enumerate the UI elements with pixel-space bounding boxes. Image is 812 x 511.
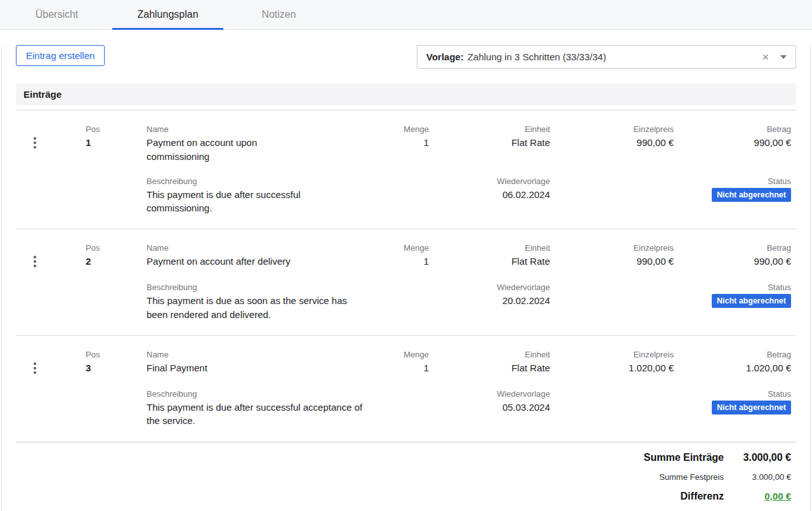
betrag-value: 1.020,00 € <box>674 361 791 375</box>
pos-cell: Pos 2 <box>72 243 134 270</box>
summary-total-fixed-price: Summe Festpreis 3.000,00 € <box>16 472 791 482</box>
status-cell: Status Nicht abgerechnet <box>674 389 791 428</box>
einheit-cell: Einheit Flat Rate <box>429 243 550 270</box>
name-cell: Name Payment on account upon commissioni… <box>134 124 375 164</box>
wiedervorlage-cell: Wiedervorlage 05.03.2024 <box>429 389 550 428</box>
name-label: Name <box>147 350 375 359</box>
wiedervorlage-label: Wiedervorlage <box>429 176 550 186</box>
beschreibung-cell: Beschreibung This payment is due after s… <box>134 176 375 216</box>
name-value: Final Payment <box>147 361 305 375</box>
wiedervorlage-cell: Wiedervorlage 20.02.2024 <box>429 282 550 322</box>
status-badge: Nicht abgerechnet <box>712 401 791 415</box>
beschreibung-value: This payment is due after successful acc… <box>147 401 365 428</box>
kebab-menu-icon[interactable] <box>31 253 39 270</box>
einzelpreis-value: 1.020,00 € <box>550 361 674 375</box>
wiedervorlage-cell: Wiedervorlage 06.02.2024 <box>429 176 550 216</box>
wiedervorlage-label: Wiedervorlage <box>429 389 550 399</box>
tab-label: Übersicht <box>36 9 79 20</box>
summary-label: Summe Festpreis <box>659 472 724 482</box>
einzelpreis-label: Einzelpreis <box>550 350 674 359</box>
entry-actions <box>16 124 72 164</box>
wiedervorlage-label: Wiedervorlage <box>429 282 550 292</box>
einzelpreis-value: 990,00 € <box>550 136 674 150</box>
menge-cell: Menge 1 <box>375 243 429 270</box>
pos-label: Pos <box>86 124 134 134</box>
menge-value: 1 <box>375 255 429 269</box>
einheit-cell: Einheit Flat Rate <box>429 124 550 164</box>
einheit-label: Einheit <box>429 124 550 134</box>
entry-actions <box>16 243 72 270</box>
template-select-value: Zahlung in 3 Schritten (33/33/34) <box>468 51 606 62</box>
summary-value: 3.000,00 € <box>733 472 791 482</box>
beschreibung-cell: Beschreibung This payment is due as soon… <box>134 282 375 322</box>
template-select[interactable]: Vorlage: Zahlung in 3 Schritten (33/33/3… <box>417 45 796 69</box>
menge-value: 1 <box>375 136 429 150</box>
status-badge: Nicht abgerechnet <box>712 294 791 308</box>
status-badge: Nicht abgerechnet <box>712 188 791 202</box>
tab-notizen[interactable]: Notizen <box>223 0 334 29</box>
name-label: Name <box>147 124 375 134</box>
kebab-menu-icon[interactable] <box>31 135 39 151</box>
wiedervorlage-value: 06.02.2024 <box>429 188 550 202</box>
payment-plan-panel: Eintrag erstellen Vorlage: Zahlung in 3 … <box>1 45 811 511</box>
beschreibung-label: Beschreibung <box>147 282 375 292</box>
difference-value[interactable]: 0,00 € <box>733 491 791 501</box>
status-label: Status <box>674 389 791 399</box>
pos-label: Pos <box>86 350 134 359</box>
entry-actions <box>16 350 72 376</box>
create-entry-button[interactable]: Eintrag erstellen <box>16 45 105 66</box>
chevron-down-icon[interactable] <box>780 55 787 59</box>
betrag-cell: Betrag 1.020,00 € <box>674 350 791 376</box>
payment-entry-row: Pos 2 Name Payment on account after deli… <box>16 229 796 336</box>
name-value: Payment on account upon commissioning <box>147 136 305 164</box>
einzelpreis-label: Einzelpreis <box>550 243 674 253</box>
einheit-label: Einheit <box>429 350 550 359</box>
tab-bar: Übersicht Zahlungsplan Notizen <box>0 0 812 30</box>
summary-value: 3.000,00 € <box>733 452 791 463</box>
tab-label: Notizen <box>261 9 296 20</box>
beschreibung-label: Beschreibung <box>147 389 375 399</box>
einheit-value: Flat Rate <box>429 361 550 375</box>
summary-difference: Differenz 0,00 € <box>16 491 791 502</box>
betrag-label: Betrag <box>674 124 791 134</box>
beschreibung-label: Beschreibung <box>147 176 375 186</box>
summary-label: Differenz <box>681 491 724 502</box>
betrag-cell: Betrag 990,00 € <box>674 124 791 164</box>
einheit-value: Flat Rate <box>429 136 550 150</box>
pos-value: 3 <box>86 361 134 375</box>
entries-section-title: Einträge <box>16 83 796 105</box>
wiedervorlage-value: 05.03.2024 <box>429 401 550 415</box>
tab-uebersicht[interactable]: Übersicht <box>1 0 112 29</box>
betrag-label: Betrag <box>674 350 791 359</box>
menge-label: Menge <box>375 243 429 253</box>
pos-label: Pos <box>86 243 134 253</box>
pos-cell: Pos 1 <box>72 124 134 164</box>
kebab-menu-icon[interactable] <box>31 360 39 376</box>
summary-total-entries: Summe Einträge 3.000,00 € <box>16 452 791 463</box>
template-select-label: Vorlage: <box>426 51 464 62</box>
tab-label: Zahlungsplan <box>137 9 198 20</box>
name-cell: Name Final Payment <box>134 350 375 376</box>
einheit-value: Flat Rate <box>429 255 550 269</box>
status-cell: Status Nicht abgerechnet <box>674 282 791 322</box>
beschreibung-value: This payment is due as soon as the servi… <box>147 294 365 322</box>
menge-value: 1 <box>375 361 429 375</box>
status-cell: Status Nicht abgerechnet <box>674 176 791 216</box>
name-cell: Name Payment on account after delivery <box>134 243 375 270</box>
status-label: Status <box>674 176 791 186</box>
betrag-value: 990,00 € <box>674 255 791 269</box>
einzelpreis-value: 990,00 € <box>550 255 674 269</box>
clear-icon[interactable]: × <box>762 51 769 63</box>
pos-cell: Pos 3 <box>72 350 134 376</box>
pos-value: 1 <box>86 136 134 150</box>
name-value: Payment on account after delivery <box>147 255 305 269</box>
toolbar: Eintrag erstellen Vorlage: Zahlung in 3 … <box>16 45 796 69</box>
tab-zahlungsplan[interactable]: Zahlungsplan <box>112 0 223 29</box>
einzelpreis-cell: Einzelpreis 1.020,00 € <box>550 350 674 376</box>
betrag-value: 990,00 € <box>674 136 791 150</box>
pos-value: 2 <box>86 255 134 269</box>
einzelpreis-cell: Einzelpreis 990,00 € <box>550 243 674 270</box>
menge-label: Menge <box>375 124 429 134</box>
summary-label: Summe Einträge <box>644 452 724 463</box>
einzelpreis-cell: Einzelpreis 990,00 € <box>550 124 674 164</box>
